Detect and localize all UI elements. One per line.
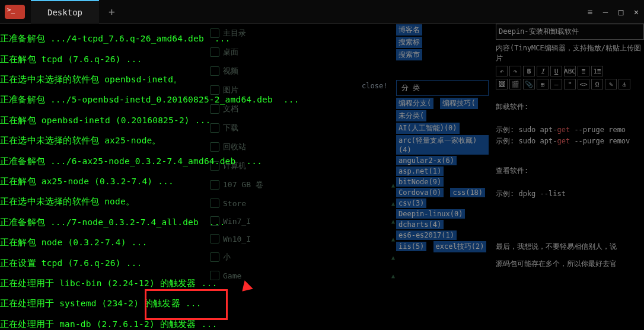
titlebar: Desktop + ≡ — □ ✕ bbox=[0, 0, 644, 24]
menu-button[interactable]: ≡ bbox=[582, 0, 598, 24]
terminal-output[interactable]: 正准备解包 .../4-tcpd_7.6.q-26_amd64.deb ... … bbox=[0, 24, 644, 330]
new-tab-button[interactable]: + bbox=[109, 5, 115, 18]
terminal-app-icon bbox=[5, 5, 25, 19]
close-button[interactable]: ✕ bbox=[629, 0, 644, 24]
minimize-button[interactable]: — bbox=[598, 0, 613, 24]
annotation-callout-box bbox=[145, 289, 228, 320]
tab-desktop[interactable]: Desktop bbox=[31, 0, 99, 24]
maximize-button[interactable]: □ bbox=[613, 0, 629, 24]
